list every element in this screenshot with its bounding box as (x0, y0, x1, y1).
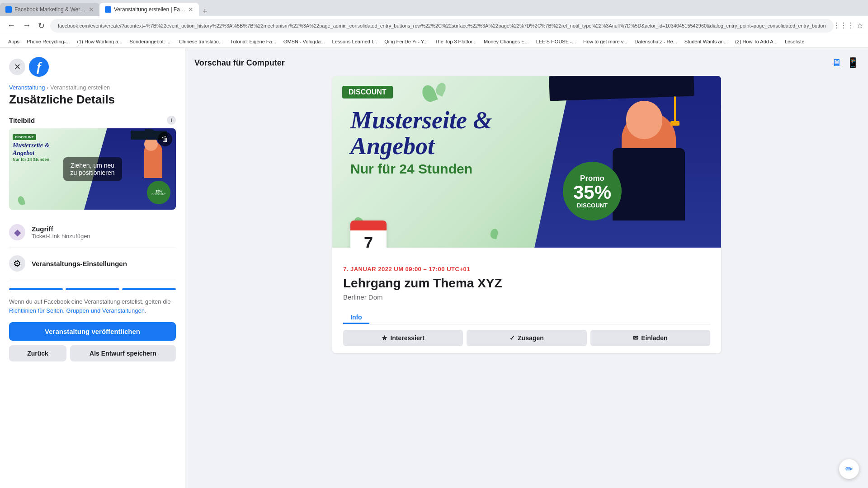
desktop-icon[interactable]: 🖥 (831, 57, 841, 69)
zugriff-icon: ◆ (9, 224, 25, 240)
interested-icon: ★ (382, 334, 387, 342)
publish-button[interactable]: Veranstaltung veröffentlichen (9, 322, 176, 341)
einstellungen-item[interactable]: ⚙ Veranstaltungs-Einstellungen (9, 250, 176, 277)
promo-pct: 35% (573, 183, 611, 202)
bookmark-icon[interactable]: ☆ (854, 19, 866, 32)
ep-title-sub: Nur für 24 Stunden (350, 161, 567, 177)
progress-seg-1 (9, 288, 63, 290)
bookmark-1[interactable]: Phone Recycling-... (24, 38, 72, 45)
facebook-f-icon: f (37, 59, 41, 75)
settings-icon: ⚙ (9, 255, 25, 272)
einstellungen-title: Veranstaltungs-Einstellungen (32, 260, 127, 267)
bookmark-15[interactable]: (2) How To Add A... (732, 38, 780, 45)
info-tab[interactable]: Info (343, 308, 710, 324)
bookmark-7[interactable]: Lessons Learned f... (330, 38, 380, 45)
browser-chrome: Facebook Marketing & Werb... ✕ Veranstal… (0, 0, 868, 48)
tab-2-title: Veranstaltung erstellen | Fac... (114, 6, 185, 13)
image-preview[interactable]: DISCOUNT Musterseite &Angebot Nur für 24… (9, 128, 176, 210)
zugriff-item[interactable]: ◆ Zugriff Ticket-Link hinzufügen (9, 219, 176, 246)
close-panel-button[interactable]: ✕ (9, 59, 25, 75)
tab-1-favicon (5, 6, 12, 13)
discount-badge-text: DISCOUNT (342, 86, 393, 99)
save-draft-button[interactable]: Als Entwurf speichern (70, 345, 176, 361)
back-nav-button[interactable]: ← (5, 20, 17, 31)
einstellungen-text-block: Veranstaltungs-Einstellungen (32, 260, 127, 267)
ep-badge: DISCOUNT (342, 86, 393, 99)
policy-link[interactable]: Richtlinien für Seiten, Gruppen und Vera… (9, 307, 145, 314)
breadcrumb-sep: › (47, 84, 50, 91)
address-bar[interactable]: facebook.com/events/create/?acontext=%7B… (50, 19, 834, 33)
tab-1-close[interactable]: ✕ (89, 6, 94, 13)
reload-button[interactable]: ↻ (36, 20, 47, 32)
progress-seg-2 (66, 288, 119, 290)
bottom-actions: Zurück Als Entwurf speichern (9, 345, 176, 361)
back-button[interactable]: Zurück (9, 345, 66, 361)
drag-reposition-overlay: Ziehen, um neu zu positionieren (63, 157, 122, 181)
zugriff-subtitle: Ticket-Link hinzufügen (32, 233, 90, 239)
forward-nav-button[interactable]: → (21, 20, 33, 31)
facebook-logo: f (29, 57, 49, 77)
bookmark-leseliste[interactable]: Leseliste (782, 38, 807, 45)
breadcrumb-current: Veranstaltung erstellen (50, 84, 110, 91)
titelbild-info-icon[interactable]: i (167, 116, 176, 125)
interested-label: Interessiert (390, 334, 424, 342)
zugriff-title: Zugriff (32, 225, 90, 233)
event-name: Lehrgang zum Thema XYZ (343, 276, 710, 291)
cal-date-number: 7 (350, 230, 387, 248)
extensions-icon[interactable]: ⋮⋮⋮ (837, 19, 850, 32)
bookmark-14[interactable]: Student Wants an... (682, 38, 731, 45)
promo-disc: DISCOUNT (577, 202, 608, 209)
tab-2[interactable]: Veranstaltung erstellen | Fac... ✕ (99, 3, 199, 16)
breadcrumb-parent[interactable]: Veranstaltung (9, 84, 45, 91)
close-icon: ✕ (14, 62, 21, 72)
tab-1[interactable]: Facebook Marketing & Werb... ✕ (0, 3, 99, 16)
event-details: 7. JANUAR 2022 UM 09:00 – 17:00 UTC+01 L… (332, 248, 721, 353)
bookmark-12[interactable]: How to get more v... (580, 38, 630, 45)
einladen-label: Einladen (641, 334, 667, 342)
new-tab-button[interactable]: + (199, 7, 211, 16)
divider-2 (9, 279, 176, 279)
einladen-button[interactable]: ✉ Einladen (590, 330, 710, 346)
bookmark-5[interactable]: Tutorial: Eigene Fa... (227, 38, 279, 45)
progress-seg-3 (122, 288, 176, 290)
interested-button[interactable]: ★ Interessiert (343, 330, 463, 346)
toolbar-right: ⋮⋮⋮ ☆ A ⋮ (837, 19, 868, 32)
bookmark-11[interactable]: LEE'S HOUSE -... (533, 38, 579, 45)
zusagen-button[interactable]: ✓ Zusagen (467, 330, 586, 346)
bookmark-10[interactable]: Money Changes E... (481, 38, 532, 45)
page-title: Zusätzliche Details (9, 93, 176, 107)
ep-title-main: Musterseite & Angebot (350, 108, 567, 159)
bookmark-8[interactable]: Qing Fei De Yi - Y... (382, 38, 430, 45)
delete-icon: 🗑 (161, 135, 169, 143)
ep-title-block: Musterseite & Angebot Nur für 24 Stunden (350, 108, 567, 177)
bookmark-2[interactable]: (1) How Working a... (74, 38, 125, 45)
policy-text: Wenn du auf Facebook eine Veranstaltung … (9, 297, 176, 315)
tab-1-title: Facebook Marketing & Werb... (14, 6, 86, 13)
bookmark-13[interactable]: Datenschutz - Re... (632, 38, 680, 45)
tab-2-favicon (105, 6, 111, 13)
drag-overlay-text: Ziehen, um neu zu positionieren (70, 162, 114, 176)
edit-fab-button[interactable]: ✏ (839, 459, 859, 479)
cal-top-red (350, 221, 387, 230)
info-tab-label: Info (343, 312, 369, 324)
delete-image-button[interactable]: 🗑 (158, 132, 172, 146)
event-preview-image: DISCOUNT Musterseite & Angebot Nur für 2… (332, 76, 721, 248)
tabs-bar: Facebook Marketing & Werb... ✕ Veranstal… (0, 0, 868, 16)
event-location: Berliner Dom (343, 293, 710, 301)
progress-bar (9, 288, 176, 290)
mobile-icon[interactable]: 📱 (847, 57, 859, 69)
titelbild-text: Titelbild (9, 117, 35, 124)
info-symbol: i (170, 117, 172, 123)
bookmark-4[interactable]: Chinese translatio... (176, 38, 226, 45)
titelbild-label: Titelbild i (9, 116, 176, 125)
zugriff-text-block: Zugriff Ticket-Link hinzufügen (32, 225, 90, 239)
url-text: facebook.com/events/create/?acontext=%7B… (58, 23, 826, 28)
bookmark-9[interactable]: The Top 3 Platfor... (432, 38, 479, 45)
bookmark-6[interactable]: GMSN - Vologda... (281, 38, 328, 45)
tab-2-close[interactable]: ✕ (188, 6, 193, 13)
zusagen-icon: ✓ (509, 334, 515, 342)
bookmark-apps[interactable]: Apps (5, 38, 22, 45)
bookmark-3[interactable]: Sonderangebot: |... (127, 38, 175, 45)
einladen-icon: ✉ (633, 334, 638, 342)
breadcrumb: Veranstaltung › Veranstaltung erstellen (9, 84, 176, 91)
